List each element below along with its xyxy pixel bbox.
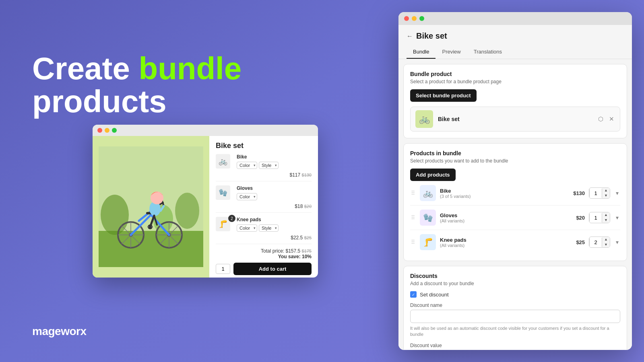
kneepads-color-select[interactable]: Color	[237, 224, 257, 232]
kneepads-style-select-wrap[interactable]: Style	[259, 224, 279, 232]
bike-name: Bike	[237, 154, 312, 160]
preview-total: Total price: $157.5 $175	[216, 248, 312, 254]
kneepads-original-price: $25	[304, 235, 312, 240]
gloves-color-select-wrap[interactable]: Color	[237, 193, 257, 200]
add-products-button[interactable]: Add products	[410, 169, 456, 181]
bike-original-price: $130	[302, 173, 312, 177]
tab-preview[interactable]: Preview	[436, 45, 467, 59]
kneepads-qty-up[interactable]: ▲	[602, 237, 610, 242]
preview-content: Bike set 🚲 Bike Color	[93, 136, 318, 278]
bike-expand-button[interactable]: ▾	[614, 189, 620, 197]
discount-helper-text: It will also be used as an automatic dis…	[410, 325, 620, 338]
kneepads-style-select[interactable]: Style	[259, 224, 279, 232]
gloves-qty-input[interactable]	[589, 213, 602, 222]
kneepads-item-variants: (All variants)	[440, 243, 565, 248]
bike-item-price: $130	[569, 190, 585, 196]
products-in-bundle-title: Products in bundle	[410, 150, 620, 156]
add-to-cart-button[interactable]: Add to cart	[233, 263, 312, 275]
window-dot-yellow	[105, 128, 109, 133]
bike-item-thumb: 🚲	[420, 185, 436, 201]
bundle-product-subtitle: Select a product for a bundle product pa…	[410, 79, 620, 84]
gloves-item-variants: (All variants)	[440, 218, 565, 223]
discounts-section: Discounts Add a discount to your bundle …	[403, 266, 627, 350]
drag-handle-gloves[interactable]: ⠿	[410, 214, 416, 221]
bike-style-select[interactable]: Style	[259, 162, 279, 169]
kneepads-expand-button[interactable]: ▾	[614, 238, 620, 246]
select-bundle-product-button[interactable]: Select bundle product	[410, 89, 477, 102]
bike-qty-input[interactable]	[589, 189, 602, 198]
bundle-product-name: Bike set	[438, 116, 597, 122]
kneepads-name: Knee pads	[237, 217, 312, 222]
gloves-qty-up[interactable]: ▲	[602, 212, 610, 218]
kneepads-badge: 2	[228, 215, 235, 222]
panel-dot-red	[404, 16, 409, 21]
gloves-qty-stepper: ▲ ▼	[589, 212, 610, 223]
bike-color-select-wrap[interactable]: Color	[237, 161, 257, 169]
set-discount-row: ✓ Set discount	[410, 291, 620, 298]
bike-color-select[interactable]: Color	[237, 162, 257, 169]
panel-back-row: ← Bike set	[407, 31, 624, 41]
bike-item-name: Bike	[440, 188, 565, 194]
admin-panel: ← Bike set Bundle Preview Translations B…	[398, 12, 632, 350]
kneepads-item-info: Knee pads (All variants)	[440, 237, 565, 248]
drag-handle-kneepads[interactable]: ⠿	[410, 239, 416, 245]
kneepads-color-select-wrap[interactable]: Color	[237, 224, 257, 232]
svg-point-27	[151, 191, 163, 204]
kneepads-qty-down[interactable]: ▼	[602, 242, 610, 247]
products-in-bundle-subtitle: Select products you want to add to the b…	[410, 158, 620, 164]
panel-header: ← Bike set Bundle Preview Translations	[398, 25, 632, 59]
bundle-item-bike: ⠿ 🚲 Bike (3 of 5 variants) $130 ▲ ▼ ▾	[410, 181, 620, 206]
kneepads-item-name: Knee pads	[440, 237, 565, 243]
back-button[interactable]: ←	[407, 33, 413, 40]
preview-qty-input[interactable]	[216, 264, 230, 274]
gloves-qty-down[interactable]: ▼	[602, 218, 610, 223]
discount-name-label: Discount name	[410, 302, 620, 308]
tab-bundle[interactable]: Bundle	[407, 45, 436, 59]
panel-body: ← Bike set Bundle Preview Translations B…	[398, 25, 632, 350]
discount-value-label: Discount value	[410, 343, 620, 348]
kneepads-qty-input[interactable]	[589, 238, 602, 247]
discount-name-input[interactable]	[410, 310, 620, 323]
products-in-bundle-section: Products in bundle Select products you w…	[403, 143, 627, 261]
bike-thumbnail: 🚲	[216, 154, 230, 169]
panel-tabs: Bundle Preview Translations	[407, 45, 624, 59]
drag-handle-bike[interactable]: ⠿	[410, 190, 416, 196]
bundle-product-row: 🚲 Bike set ⬡ ✕	[410, 107, 620, 132]
kneepads-item-thumb: 🦵	[420, 234, 436, 250]
gloves-expand-button[interactable]: ▾	[614, 214, 620, 222]
window-dot-red	[97, 128, 102, 133]
kneepads-thumbnail-wrap: 🦵 2	[216, 217, 233, 231]
gloves-item-price: $20	[569, 215, 585, 221]
bike-thumbnail-wrap: 🚲	[216, 154, 233, 169]
gloves-color-select[interactable]: Color	[237, 193, 257, 200]
preview-image-area	[93, 136, 209, 278]
preview-gloves-row: 🧤 Gloves Color $18 $20	[216, 185, 312, 213]
svg-point-3	[175, 193, 199, 229]
mageworx-logo: mageworx	[32, 325, 87, 338]
bundle-product-edit-button[interactable]: ⬡	[597, 115, 604, 123]
bike-price: $117 $130	[216, 172, 312, 178]
bundle-product-title: Bundle product	[410, 71, 620, 77]
kneepads-qty-stepper: ▲ ▼	[589, 237, 610, 248]
gloves-thumbnail: 🧤	[216, 185, 230, 200]
bundle-product-remove-button[interactable]: ✕	[608, 115, 615, 123]
bundle-product-image: 🚲	[415, 110, 433, 128]
bundle-product-actions: ⬡ ✕	[597, 115, 615, 123]
kneepads-price: $22.5 $25	[216, 235, 312, 241]
panel-dot-yellow	[412, 16, 417, 21]
set-discount-checkbox[interactable]: ✓	[410, 291, 417, 298]
discounts-title: Discounts	[410, 273, 620, 279]
gloves-item-name: Gloves	[440, 212, 565, 218]
preview-actions: Add to cart	[216, 263, 312, 275]
bike-qty-down[interactable]: ▼	[602, 193, 610, 198]
gloves-original-price: $20	[304, 204, 312, 209]
bike-qty-up[interactable]: ▲	[602, 188, 610, 193]
hero-section: Create bundle products	[32, 52, 242, 118]
kneepads-item-price: $25	[569, 239, 585, 245]
gloves-item-thumb: 🧤	[420, 210, 436, 226]
tab-translations[interactable]: Translations	[467, 45, 508, 59]
svg-rect-1	[99, 231, 203, 267]
preview-bike-row: 🚲 Bike Color Style	[216, 154, 312, 181]
hero-line1: Create	[32, 51, 130, 86]
bike-style-select-wrap[interactable]: Style	[259, 161, 279, 169]
